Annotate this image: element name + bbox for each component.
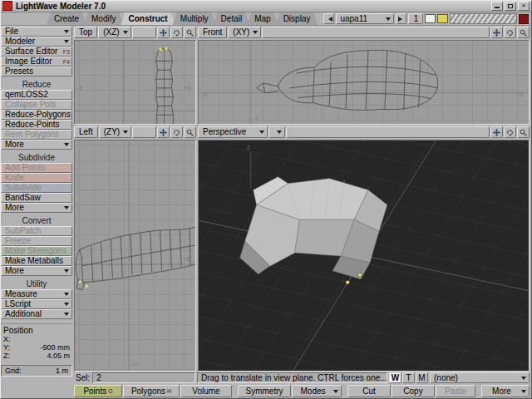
viewport-type-dropdown[interactable]: Perspective — [198, 126, 268, 138]
sidebar-item-subdivide: Subdivide — [1, 183, 72, 193]
red-corner-button[interactable] — [519, 14, 529, 24]
title-bar[interactable]: LightWave Modeler 7.0 × — [0, 0, 532, 12]
more-dropdown[interactable]: More — [481, 385, 530, 397]
section-header-subdivide: Subdivide — [1, 152, 72, 163]
pan-icon[interactable] — [490, 27, 503, 38]
sidebar-item-more-reduce[interactable]: More — [1, 140, 72, 150]
zoom-icon[interactable] — [517, 27, 530, 38]
rotate-icon[interactable] — [170, 126, 183, 138]
pan-icon[interactable] — [157, 126, 170, 138]
vmap-mode-buttons: W T M — [389, 372, 428, 383]
sidebar-item-knife: Knife — [1, 173, 72, 183]
viewport-perspective: Perspective — [198, 126, 530, 372]
polygons-mode-button[interactable]: PolygonsH — [123, 385, 180, 397]
viewport-top-canvas[interactable]: -X +X — [74, 40, 196, 125]
zoom-icon[interactable] — [184, 27, 196, 38]
triangle-left-icon — [326, 17, 332, 22]
section-header-utility: Utility — [1, 278, 72, 289]
symmetry-button[interactable]: Symmetry — [238, 385, 291, 397]
viewport-header-spacer — [132, 27, 156, 38]
pan-icon[interactable] — [490, 126, 503, 138]
viewport-left: Left (ZY) — [74, 126, 196, 372]
tab-construct[interactable]: Construct — [121, 12, 175, 25]
viewport-left-header: Left (ZY) — [74, 126, 196, 139]
sidebar-item-qemloss2[interactable]: qemLOSS2 — [1, 90, 72, 100]
modes-dropdown[interactable]: Modes — [292, 385, 342, 397]
viewport-header-spacer — [132, 126, 156, 138]
selection-count-label: Sel: — [74, 373, 90, 382]
window-title: LightWave Modeler 7.0 — [16, 2, 106, 11]
color-swatch-yellow[interactable] — [437, 14, 448, 23]
render-mode-dropdown[interactable] — [268, 126, 285, 138]
sidebar-item-presets[interactable]: Presets — [1, 66, 72, 76]
shortcut-label: G — [108, 388, 112, 394]
color-swatch-light[interactable] — [425, 14, 436, 23]
copy-button[interactable]: Copy — [392, 385, 435, 397]
zoom-icon[interactable] — [184, 126, 196, 138]
sidebar-item-file[interactable]: File — [1, 27, 72, 37]
shortcut-label: H — [167, 388, 171, 394]
maximize-button[interactable] — [505, 2, 516, 11]
viewport-perspective-canvas[interactable]: Z — [198, 140, 530, 372]
sidebar-item-measure[interactable]: Measure — [1, 289, 72, 299]
viewport-perspective-header: Perspective — [198, 126, 530, 139]
viewport-axis-dropdown[interactable]: (XY) — [228, 27, 261, 38]
sidebar-item-make-metaballs[interactable]: Make Metaballs — [1, 256, 72, 266]
rotate-icon[interactable] — [170, 27, 183, 38]
position-panel: Position X: Y:-900 mm Z:4.05 m — [1, 323, 72, 360]
previous-preset-button[interactable] — [323, 13, 334, 24]
volume-mode-button[interactable]: Volume — [180, 385, 232, 397]
preset-count-field[interactable]: 1 — [408, 13, 423, 24]
sidebar-item-additional[interactable]: Additional — [1, 309, 72, 319]
close-button[interactable]: × — [518, 2, 530, 11]
preset-dropdown[interactable]: uapa11 — [336, 13, 394, 24]
morph-mode-button[interactable]: M — [416, 372, 428, 383]
viewport-front-canvas[interactable]: -X +X -Y — [198, 40, 530, 125]
axis-label: Z — [247, 145, 251, 150]
perspective-view-render: Z — [199, 140, 529, 371]
tab-create[interactable]: Create — [47, 12, 86, 25]
pan-icon[interactable] — [157, 27, 170, 38]
tab-map[interactable]: Map — [247, 12, 278, 25]
viewport-left-canvas[interactable]: -Z +Z -Y — [74, 140, 196, 372]
tab-multiply[interactable]: Multiply — [173, 12, 216, 25]
shortcut-label: F3 — [63, 48, 70, 57]
viewport-axis-dropdown[interactable]: (XZ) — [98, 27, 131, 38]
viewport-header-spacer — [262, 27, 490, 38]
next-preset-button[interactable] — [396, 13, 406, 24]
sidebar-item-image-editor[interactable]: Image EditorF4 — [1, 57, 72, 66]
zoom-icon[interactable] — [517, 126, 530, 138]
points-mode-button[interactable]: PointsG — [74, 385, 122, 397]
maximize-icon — [508, 4, 513, 8]
sidebar-item-reduce-polygons[interactable]: Reduce-Polygons — [1, 110, 72, 120]
sidebar-item-reduce-points[interactable]: Reduce-Points — [1, 120, 72, 130]
sidebar-item-modeler[interactable]: Modeler — [1, 37, 72, 47]
sidebar-item-lscript[interactable]: LScript — [1, 299, 72, 309]
texture-mode-button[interactable]: T — [402, 372, 415, 383]
axis-label: +X — [516, 91, 524, 97]
vmap-dropdown[interactable]: (none) — [430, 372, 530, 383]
status-bar: Sel: 2 Drag to translate in view plane. … — [74, 372, 530, 384]
paste-button: Paste — [436, 385, 475, 397]
minimize-button[interactable] — [491, 2, 503, 11]
tab-modify[interactable]: Modify — [84, 12, 123, 25]
minimize-icon — [495, 7, 500, 8]
cut-button[interactable]: Cut — [347, 385, 391, 397]
sidebar-item-bandsaw[interactable]: BandSaw — [1, 193, 72, 203]
viewport-axis-dropdown[interactable]: (ZY) — [99, 126, 131, 138]
sidebar: File Modeler Surface EditorF3 Image Edit… — [0, 26, 73, 399]
sidebar-item-more-convert[interactable]: More — [1, 266, 72, 276]
tab-detail[interactable]: Detail — [214, 12, 250, 25]
sidebar-item-collapse-pols: Collapse Pols — [1, 100, 72, 110]
sidebar-item-more-subdivide[interactable]: More — [1, 203, 72, 213]
rotate-icon[interactable] — [504, 27, 516, 38]
top-view-wireframe: -X +X — [75, 41, 195, 124]
sidebar-item-surface-editor[interactable]: Surface EditorF3 — [1, 47, 72, 57]
position-row-x: X: — [1, 335, 72, 343]
shortcut-label: F4 — [63, 58, 70, 66]
weight-mode-button[interactable]: W — [389, 372, 401, 383]
rotate-icon[interactable] — [504, 126, 516, 138]
viewport-area: Top (XZ) -X +X — [74, 27, 530, 372]
tab-display[interactable]: Display — [276, 12, 318, 25]
grid-size-display: Grid: 1 m — [1, 365, 72, 377]
